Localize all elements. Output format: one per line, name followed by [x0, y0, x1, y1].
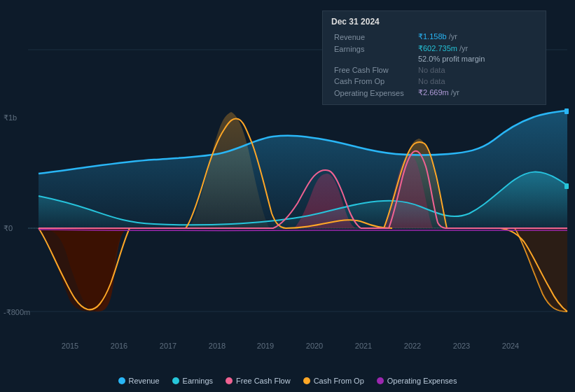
cashop-label: Cash From Op	[331, 76, 415, 87]
legend-earnings-label: Earnings	[183, 377, 213, 385]
cashop-dot	[303, 377, 310, 384]
earnings-label: Earnings	[331, 43, 415, 55]
x-label-2018: 2018	[209, 342, 226, 350]
fcf-value: No data	[415, 64, 537, 76]
info-row-earnings: Earnings ₹602.735m /yr	[331, 43, 537, 55]
revenue-value: ₹1.158b /yr	[415, 31, 537, 43]
svg-rect-6	[564, 183, 569, 189]
legend-revenue[interactable]: Revenue	[118, 377, 160, 385]
legend-fcf[interactable]: Free Cash Flow	[226, 377, 291, 385]
opex-value: ₹2.669m /yr	[415, 87, 537, 99]
info-row-fcf: Free Cash Flow No data	[331, 64, 537, 76]
info-row-opex: Operating Expenses ₹2.669m /yr	[331, 87, 537, 99]
legend-cashop-label: Cash From Op	[314, 377, 364, 385]
info-date: Dec 31 2024	[331, 17, 537, 27]
chart-legend: Revenue Earnings Free Cash Flow Cash Fro…	[0, 377, 575, 385]
x-label-2022: 2022	[404, 342, 421, 350]
y-label-zero: ₹0	[4, 224, 13, 233]
earnings-dot	[172, 377, 179, 384]
x-label-2016: 2016	[111, 342, 127, 350]
x-label-2017: 2017	[160, 342, 176, 350]
fcf-label: Free Cash Flow	[331, 64, 415, 76]
revenue-dot	[118, 377, 125, 384]
info-row-revenue: Revenue ₹1.158b /yr	[331, 31, 537, 43]
legend-opex-label: Operating Expenses	[387, 377, 457, 385]
legend-earnings[interactable]: Earnings	[172, 377, 213, 385]
x-label-2020: 2020	[306, 342, 323, 350]
x-label-2015: 2015	[62, 342, 78, 350]
svg-rect-5	[564, 108, 569, 114]
opex-label: Operating Expenses	[331, 87, 415, 99]
legend-opex[interactable]: Operating Expenses	[377, 377, 457, 385]
y-label-neg: -₹800m	[4, 308, 30, 317]
x-label-2019: 2019	[257, 342, 274, 350]
earnings-value: ₹602.735m /yr	[415, 43, 537, 55]
opex-dot	[377, 377, 384, 384]
legend-cashop[interactable]: Cash From Op	[303, 377, 364, 385]
legend-fcf-label: Free Cash Flow	[236, 377, 291, 385]
info-row-earnings-sub: 52.0% profit margin	[331, 55, 537, 64]
x-label-2021: 2021	[355, 342, 372, 350]
info-row-cashop: Cash From Op No data	[331, 76, 537, 87]
earnings-margin: 52.0% profit margin	[415, 55, 537, 64]
x-label-2023: 2023	[453, 342, 470, 350]
info-box: Dec 31 2024 Revenue ₹1.158b /yr Earnings…	[322, 10, 546, 105]
cashop-value: No data	[415, 76, 537, 87]
info-table: Revenue ₹1.158b /yr Earnings ₹602.735m /…	[331, 31, 537, 99]
legend-revenue-label: Revenue	[129, 377, 160, 385]
fcf-dot	[226, 377, 233, 384]
y-label-1b: ₹1b	[4, 113, 17, 122]
x-label-2024: 2024	[502, 342, 519, 350]
revenue-label: Revenue	[331, 31, 415, 43]
